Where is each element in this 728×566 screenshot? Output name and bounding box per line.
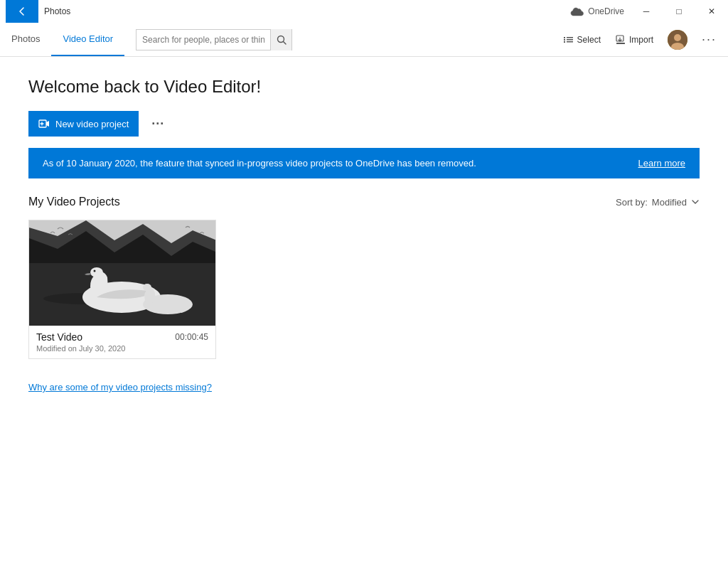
select-button[interactable]: Select: [557, 28, 606, 51]
video-icon: [38, 118, 50, 129]
svg-point-24: [94, 270, 96, 272]
project-modified: Modified on July 30, 2020: [36, 344, 208, 353]
info-banner: As of 10 January 2020, the feature that …: [28, 148, 700, 178]
chevron-down-icon: [691, 198, 700, 206]
more-options-button[interactable]: ···: [696, 28, 722, 51]
svg-point-11: [674, 34, 681, 41]
back-button[interactable]: [6, 0, 38, 23]
title-bar-left: Photos: [6, 0, 70, 23]
project-info: Test Video 00:00:45 Modified on July 30,…: [29, 326, 215, 358]
svg-rect-4: [564, 41, 565, 43]
toolbar-more-dots: ···: [151, 117, 164, 132]
projects-grid: Test Video 00:00:45 Modified on July 30,…: [28, 220, 700, 359]
tab-video-editor[interactable]: Video Editor: [51, 23, 124, 56]
search-box: [136, 29, 292, 50]
main-content: Welcome back to Video Editor! New video …: [0, 57, 728, 412]
tab-photos[interactable]: Photos: [0, 23, 51, 56]
new-project-button[interactable]: New video project: [28, 111, 139, 137]
svg-point-23: [90, 267, 103, 277]
select-label: Select: [577, 35, 601, 45]
sort-label: Sort by:: [616, 197, 648, 208]
svg-rect-6: [567, 39, 573, 41]
close-button[interactable]: ✕: [695, 0, 728, 23]
more-dots-icon: ···: [702, 32, 717, 47]
section-header: My Video Projects Sort by: Modified: [28, 196, 700, 208]
svg-line-1: [283, 41, 286, 44]
sort-by-control[interactable]: Sort by: Modified: [616, 197, 700, 208]
import-button[interactable]: Import: [609, 28, 659, 51]
svg-rect-5: [567, 37, 573, 38]
user-avatar: [668, 30, 687, 50]
project-duration: 00:00:45: [175, 332, 208, 342]
project-thumbnail: [29, 220, 215, 326]
project-name: Test Video: [36, 331, 82, 343]
svg-point-26: [143, 284, 151, 291]
cloud-icon: [570, 6, 584, 16]
info-banner-text: As of 10 January 2020, the feature that …: [43, 158, 476, 169]
select-icon: [563, 34, 574, 46]
avatar[interactable]: [662, 28, 693, 51]
nav-tabs: Photos Video Editor: [0, 23, 124, 56]
svg-rect-9: [616, 43, 625, 44]
svg-rect-7: [567, 41, 573, 43]
missing-link-container: Why are some of my video projects missin…: [28, 382, 700, 393]
page-title: Welcome back to Video Editor!: [28, 77, 700, 97]
title-bar: Photos OneDrive ─ □ ✕: [0, 0, 728, 23]
svg-rect-3: [564, 39, 565, 41]
search-button[interactable]: [270, 29, 291, 50]
search-input[interactable]: [136, 35, 270, 45]
import-label: Import: [629, 35, 653, 45]
maximize-button[interactable]: □: [663, 0, 695, 23]
section-title: My Video Projects: [28, 196, 120, 208]
import-icon: [615, 34, 626, 46]
nav-bar: Photos Video Editor Select: [0, 23, 728, 57]
missing-projects-link[interactable]: Why are some of my video projects missin…: [28, 382, 212, 393]
search-icon: [277, 35, 287, 45]
project-card[interactable]: Test Video 00:00:45 Modified on July 30,…: [28, 220, 216, 359]
toolbar-more-button[interactable]: ···: [147, 114, 168, 134]
onedrive-text: OneDrive: [588, 6, 624, 16]
svg-rect-2: [564, 37, 565, 38]
window-controls: ─ □ ✕: [630, 0, 728, 23]
learn-more-link[interactable]: Learn more: [638, 158, 685, 169]
title-bar-right: OneDrive ─ □ ✕: [570, 0, 728, 23]
sort-value: Modified: [652, 197, 687, 208]
onedrive-label: OneDrive: [570, 6, 624, 16]
new-project-label: New video project: [55, 119, 129, 129]
nav-actions: Select Import ···: [557, 28, 728, 51]
project-name-row: Test Video 00:00:45: [36, 331, 208, 343]
toolbar: New video project ···: [28, 111, 700, 137]
minimize-button[interactable]: ─: [630, 0, 663, 23]
app-title: Photos: [44, 6, 70, 16]
